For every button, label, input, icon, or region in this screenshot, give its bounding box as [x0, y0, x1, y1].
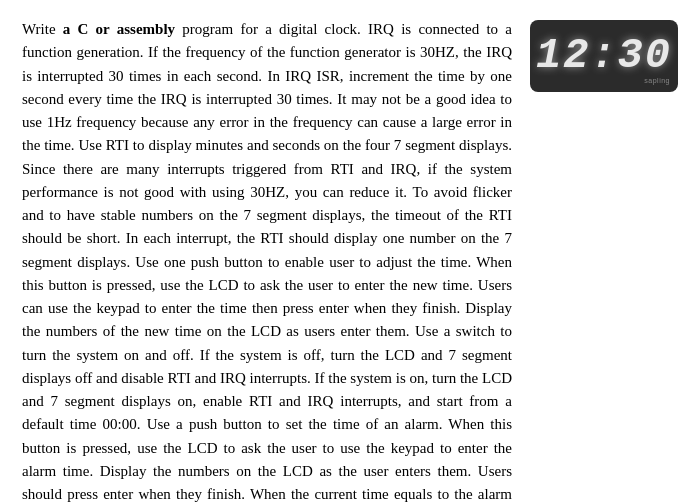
clock-time: 12:30: [536, 35, 672, 77]
top-section: Write a C or assembly program for a digi…: [22, 18, 678, 502]
clock-container: 12:30 sapling: [530, 20, 678, 92]
text-block: Write a C or assembly program for a digi…: [22, 18, 512, 502]
content-wrapper: Write a C or assembly program for a digi…: [22, 18, 678, 502]
write-label: Write: [22, 21, 63, 37]
bold-phrase: a C or assembly: [63, 21, 175, 37]
clock-brand: sapling: [644, 76, 670, 87]
brand-text: sapling: [644, 77, 670, 84]
clock-display: 12:30 sapling: [530, 20, 678, 92]
main-paragraph: Write a C or assembly program for a digi…: [22, 18, 512, 502]
paragraph-text: program for a digital clock. IRQ is conn…: [22, 21, 512, 502]
